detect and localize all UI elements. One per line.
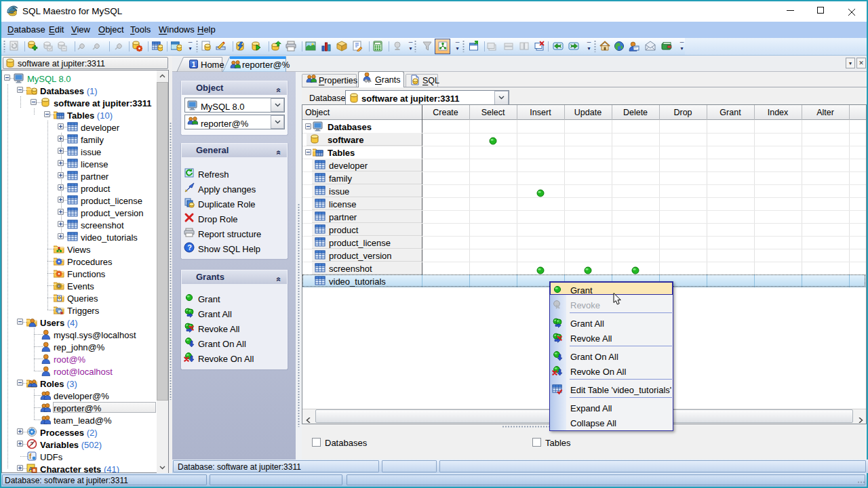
svg-text:?: ? <box>187 243 192 251</box>
svg-text:a: a <box>33 468 36 472</box>
